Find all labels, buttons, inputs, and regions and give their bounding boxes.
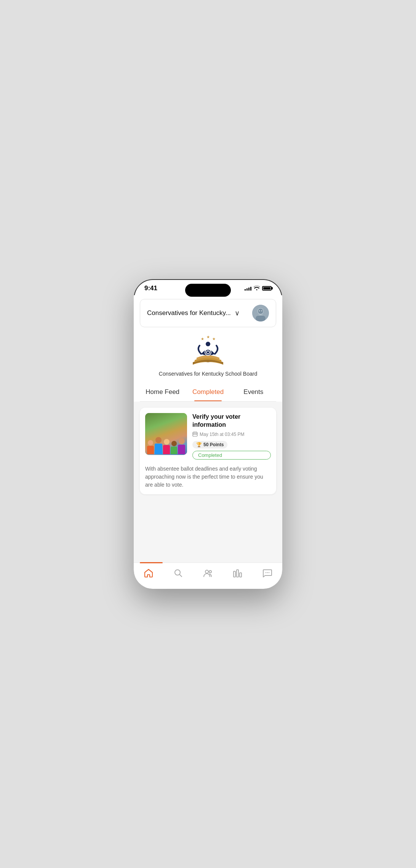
chat-icon bbox=[262, 568, 272, 578]
signal-icon bbox=[245, 286, 251, 291]
org-full-name: Conservatives for Kentucky School Board bbox=[159, 371, 257, 377]
nav-chat[interactable] bbox=[256, 567, 278, 580]
org-dropdown[interactable]: Conservatives for Kentucky... ∨ bbox=[140, 299, 276, 327]
calendar-icon bbox=[192, 431, 198, 438]
status-icons bbox=[245, 285, 272, 291]
points-badge: 🏆 50 Points bbox=[192, 441, 227, 448]
card-info: Verify your voter information bbox=[192, 413, 271, 460]
tabs: Home Feed Completed Events bbox=[140, 383, 276, 402]
active-nav-indicator bbox=[140, 562, 163, 563]
top-section: Conservatives for Kentucky... ∨ bbox=[134, 295, 282, 402]
svg-rect-25 bbox=[234, 571, 235, 577]
points-text: 50 Points bbox=[203, 442, 224, 447]
status-badge: Completed bbox=[192, 451, 271, 460]
svg-rect-19 bbox=[195, 434, 195, 435]
trophy-icon: 🏆 bbox=[196, 442, 202, 447]
svg-point-23 bbox=[205, 570, 208, 573]
tab-completed[interactable]: Completed bbox=[185, 383, 230, 401]
card-description: With absentee ballot deadlines and early… bbox=[140, 465, 276, 494]
svg-point-12 bbox=[207, 351, 209, 354]
nav-home[interactable] bbox=[138, 567, 160, 580]
tab-events[interactable]: Events bbox=[231, 383, 276, 401]
dynamic-island bbox=[185, 284, 231, 297]
svg-text:★: ★ bbox=[201, 337, 204, 341]
nav-search[interactable] bbox=[167, 567, 189, 580]
avatar[interactable] bbox=[252, 305, 269, 321]
svg-rect-18 bbox=[194, 434, 194, 435]
card-meta: May 15th at 03:45 PM 🏆 50 Points bbox=[192, 431, 271, 448]
svg-rect-26 bbox=[237, 570, 238, 577]
nav-people[interactable] bbox=[197, 567, 219, 580]
bottom-nav bbox=[134, 563, 282, 589]
svg-point-5 bbox=[259, 310, 260, 312]
card-image bbox=[145, 413, 187, 455]
tab-home-feed[interactable]: Home Feed bbox=[140, 383, 185, 401]
svg-point-6 bbox=[261, 310, 262, 312]
feed-content: Verify your voter information bbox=[134, 402, 282, 500]
stats-icon bbox=[233, 568, 243, 578]
svg-point-28 bbox=[266, 572, 266, 573]
card-title: Verify your voter information bbox=[192, 413, 271, 429]
svg-point-29 bbox=[267, 572, 268, 573]
people-icon bbox=[203, 568, 213, 578]
main-content: Conservatives for Kentucky... ∨ bbox=[134, 295, 282, 563]
org-logo: ★ ★ ★ bbox=[189, 335, 227, 369]
logo-section: ★ ★ ★ bbox=[140, 335, 276, 383]
svg-point-3 bbox=[258, 309, 263, 314]
wifi-icon bbox=[254, 285, 260, 291]
svg-point-13 bbox=[206, 342, 210, 346]
svg-rect-27 bbox=[240, 573, 242, 577]
svg-line-22 bbox=[180, 575, 182, 577]
svg-rect-4 bbox=[256, 315, 266, 321]
svg-point-24 bbox=[209, 571, 211, 573]
table-row[interactable]: Verify your voter information bbox=[140, 408, 276, 494]
status-time: 9:41 bbox=[144, 285, 157, 292]
svg-text:★: ★ bbox=[212, 337, 216, 341]
org-name: Conservatives for Kentucky... bbox=[147, 309, 231, 317]
home-icon bbox=[144, 568, 154, 578]
search-icon bbox=[173, 568, 183, 578]
card-date: May 15th at 03:45 PM bbox=[192, 431, 244, 438]
svg-rect-20 bbox=[196, 434, 197, 435]
nav-stats[interactable] bbox=[227, 567, 249, 580]
card-date-text: May 15th at 03:45 PM bbox=[200, 432, 244, 437]
svg-point-30 bbox=[269, 572, 269, 573]
chevron-down-icon: ∨ bbox=[235, 309, 240, 317]
svg-text:★: ★ bbox=[206, 335, 210, 339]
phone-frame: 9:41 bbox=[134, 279, 282, 589]
battery-icon bbox=[262, 286, 272, 291]
